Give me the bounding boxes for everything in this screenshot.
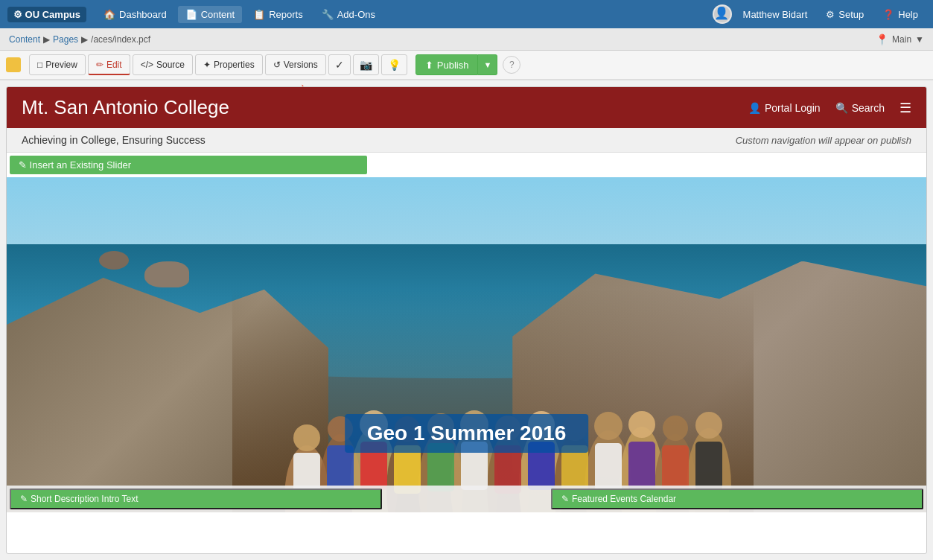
nav-reports-label: Reports <box>269 9 303 20</box>
nav-addons-label: Add-Ons <box>337 9 375 20</box>
breadcrumb-sep1: ▶ <box>43 34 50 45</box>
edit-label: Edit <box>106 60 122 70</box>
lightbulb-button[interactable]: 💡 <box>381 54 407 75</box>
toolbar: □ Preview ✏ Edit </> Source ✦ Properties… <box>0 51 933 80</box>
short-desc-label: Short Description Intro Text <box>31 494 138 504</box>
reports-icon: 📋 <box>253 9 265 20</box>
setup-menu[interactable]: ⚙ Setup <box>818 6 871 23</box>
svg-point-14 <box>293 424 320 451</box>
setup-icon: ⚙ <box>826 9 835 20</box>
user-menu[interactable]: Matthew Bidart <box>736 6 815 23</box>
svg-rect-39 <box>695 442 722 490</box>
edit-button[interactable]: ✏ Edit <box>88 54 130 75</box>
user-avatar: 👤 <box>713 4 732 24</box>
college-nav: 👤 Portal Login 🔍 Search ☰ <box>748 100 911 116</box>
location-label: Main <box>892 34 911 45</box>
tagline-text: Achieving in College, Ensuring Success <box>22 134 206 146</box>
screenshot-button[interactable]: 📷 <box>353 54 379 75</box>
svg-rect-37 <box>628 442 655 490</box>
short-desc-button[interactable]: ✎ Short Description Intro Text <box>10 489 382 509</box>
breadcrumb: Content ▶ Pages ▶ /aces/index.pcf 📍 Main… <box>0 28 933 51</box>
help-icon: ❓ <box>882 9 894 20</box>
edit-icon: ✏ <box>96 60 104 70</box>
location-dropdown-icon[interactable]: ▼ <box>915 34 924 45</box>
svg-point-26 <box>695 412 722 439</box>
check-button[interactable]: ✓ <box>328 54 351 75</box>
dashboard-icon: 🏠 <box>104 9 115 20</box>
location-pin-icon: 📍 <box>876 34 888 45</box>
breadcrumb-pages[interactable]: Pages <box>53 34 78 45</box>
nav-reports[interactable]: 📋 Reports <box>246 6 311 23</box>
nav-dashboard-label: Dashboard <box>119 9 167 20</box>
publish-button[interactable]: ⬆ Publish <box>415 54 479 75</box>
toolbar-wrapper: □ Preview ✏ Edit </> Source ✦ Properties… <box>0 51 933 80</box>
properties-label: Properties <box>214 60 255 70</box>
search-icon: 🔍 <box>835 102 848 114</box>
username: Matthew Bidart <box>743 9 808 20</box>
svg-point-24 <box>628 411 655 438</box>
short-desc-edit-icon: ✎ <box>20 494 28 504</box>
help-label: Help <box>898 9 918 20</box>
top-navbar: ⚙ OU Campus 🏠 Dashboard 📄 Content 📋 Repo… <box>0 0 933 28</box>
addons-icon: 🔧 <box>322 9 334 20</box>
people-group <box>232 289 754 512</box>
logo-text: ⚙ OU Campus <box>13 9 80 20</box>
publish-group: ⬆ Publish ▼ <box>415 54 498 75</box>
college-title: Mt. San Antonio College <box>22 96 229 119</box>
featured-events-button[interactable]: ✎ Featured Events Calendar <box>551 489 923 509</box>
rock2 <box>99 251 129 270</box>
svg-point-23 <box>594 412 622 440</box>
topnav-right: 👤 Matthew Bidart ⚙ Setup ❓ Help <box>713 4 926 24</box>
versions-button[interactable]: ↺ Versions <box>265 54 326 75</box>
preview-icon: □ <box>37 60 42 70</box>
hero-area: Geo 1 Summer 2016 ✎ Short Description In… <box>7 177 926 512</box>
publish-dropdown[interactable]: ▼ <box>478 54 497 75</box>
main-content: Mt. San Antonio College 👤 Portal Login 🔍… <box>0 80 933 560</box>
setup-label: Setup <box>838 9 864 20</box>
content-icon: 📄 <box>185 9 197 20</box>
publish-label: Publish <box>437 60 469 71</box>
preview-button[interactable]: □ Preview <box>29 54 86 75</box>
breadcrumb-content[interactable]: Content <box>9 34 40 45</box>
featured-events-label: Featured Events Calendar <box>572 494 676 504</box>
insert-slider-bar[interactable]: ✎ Insert an Existing Slider <box>10 156 367 174</box>
source-icon: </> <box>141 60 153 70</box>
breadcrumb-path: /aces/index.pcf <box>91 34 150 45</box>
hamburger-menu[interactable]: ☰ <box>899 100 911 116</box>
nav-dashboard[interactable]: 🏠 Dashboard <box>96 6 174 23</box>
versions-label: Versions <box>284 60 318 70</box>
nav-content-label: Content <box>201 9 235 20</box>
breadcrumb-sep2: ▶ <box>81 34 88 45</box>
help-menu[interactable]: ❓ Help <box>875 6 926 23</box>
source-label: Source <box>156 60 185 70</box>
portal-login[interactable]: 👤 Portal Login <box>748 102 821 114</box>
yellow-indicator <box>6 57 21 72</box>
bottom-bars: ✎ Short Description Intro Text ✎ Feature… <box>7 486 926 512</box>
location-selector: 📍 Main ▼ <box>876 34 924 45</box>
featured-events-edit-icon: ✎ <box>561 494 569 504</box>
hero-caption: Geo 1 Summer 2016 <box>345 414 589 453</box>
custom-nav-text: Custom navigation will appear on publish <box>736 135 911 146</box>
app-logo[interactable]: ⚙ OU Campus <box>7 7 86 22</box>
preview-label: Preview <box>45 60 77 70</box>
source-button[interactable]: </> Source <box>133 54 193 75</box>
search-nav[interactable]: 🔍 Search <box>835 102 885 114</box>
svg-point-25 <box>663 416 688 441</box>
rock1 <box>144 261 189 287</box>
college-header: Mt. San Antonio College 👤 Portal Login 🔍… <box>7 87 926 128</box>
publish-icon: ⬆ <box>425 60 433 71</box>
svg-rect-36 <box>595 443 622 491</box>
content-frame: Mt. San Antonio College 👤 Portal Login 🔍… <box>6 86 927 554</box>
slider-insert-label: ✎ Insert an Existing Slider <box>19 159 131 171</box>
tagline-bar: Achieving in College, Ensuring Success C… <box>7 128 926 153</box>
nav-content[interactable]: 📄 Content <box>178 6 243 23</box>
person-icon: 👤 <box>748 102 761 114</box>
help-button[interactable]: ? <box>503 56 520 74</box>
nav-addons[interactable]: 🔧 Add-Ons <box>314 6 383 23</box>
properties-icon: ✦ <box>203 60 211 70</box>
properties-button[interactable]: ✦ Properties <box>195 54 263 75</box>
versions-icon: ↺ <box>273 60 281 70</box>
